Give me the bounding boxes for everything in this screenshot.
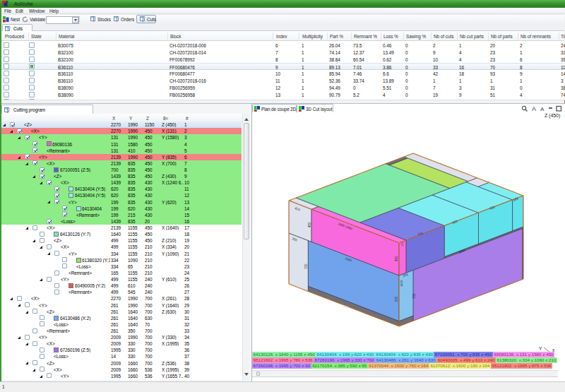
svg-text:700: 700 <box>412 293 416 299</box>
svg-text:1150: 1150 <box>400 280 403 287</box>
svg-text:630: 630 <box>395 296 398 302</box>
svg-text:450: 450 <box>395 256 398 261</box>
svg-text:700: 700 <box>304 263 308 269</box>
svg-text:Y: Y <box>539 346 542 351</box>
svg-text:450: 450 <box>308 222 311 227</box>
svg-text:131: 131 <box>400 242 404 247</box>
